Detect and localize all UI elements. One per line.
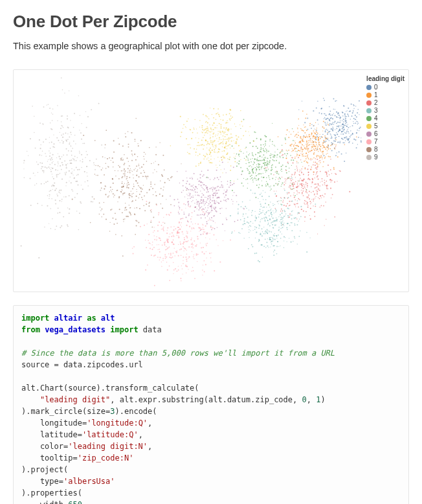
svg-point-1521 [254,178,256,179]
svg-point-1715 [238,145,239,146]
svg-point-1514 [258,160,259,161]
svg-point-919 [301,209,302,210]
svg-point-481 [304,146,304,146]
svg-point-2897 [84,171,85,172]
svg-point-3127 [69,142,70,143]
svg-point-405 [309,151,311,152]
svg-point-1751 [204,135,205,136]
svg-point-2847 [131,196,133,198]
svg-point-1987 [224,197,225,198]
svg-point-2798 [146,176,147,178]
svg-point-2319 [183,246,184,247]
svg-point-1245 [292,201,293,202]
svg-point-2048 [200,190,201,191]
svg-point-1485 [256,185,258,186]
svg-point-2843 [83,135,84,136]
svg-point-652 [307,202,308,203]
svg-point-2166 [214,200,215,201]
svg-point-2486 [185,264,186,266]
svg-point-2395 [162,227,164,229]
svg-point-654 [305,181,307,183]
svg-point-3075 [77,157,78,158]
svg-point-581 [326,154,327,154]
svg-point-118 [338,122,339,122]
svg-point-656 [289,187,290,187]
svg-point-1497 [249,171,250,172]
svg-point-616 [296,168,298,169]
svg-point-887 [309,201,311,202]
svg-point-1268 [278,183,279,185]
svg-point-651 [296,203,296,204]
svg-point-1261 [264,165,265,166]
svg-point-2693 [132,171,133,172]
svg-point-1312 [249,153,250,154]
svg-point-2493 [181,226,182,227]
svg-point-961 [283,236,285,238]
svg-point-3134 [71,134,71,135]
svg-point-1962 [207,190,208,190]
svg-point-35 [342,133,344,135]
svg-point-258 [325,131,326,132]
svg-point-1355 [253,155,254,156]
svg-point-1395 [276,160,277,161]
svg-point-2274 [186,241,188,242]
svg-point-2304 [215,222,216,223]
svg-point-1852 [228,162,228,163]
svg-point-2501 [185,266,186,267]
svg-point-2684 [124,163,126,164]
svg-point-83 [355,122,356,124]
svg-point-1775 [233,140,234,141]
svg-point-891 [296,187,297,188]
svg-point-1004 [269,231,270,232]
svg-point-913 [306,197,307,198]
svg-point-1065 [260,222,261,223]
svg-point-448 [318,164,319,165]
svg-point-1841 [228,128,229,130]
svg-point-1690 [197,155,199,156]
svg-point-1506 [276,172,278,173]
svg-point-2142 [212,190,213,191]
svg-point-687 [282,201,283,203]
svg-point-556 [300,150,301,152]
svg-point-2497 [157,225,159,226]
svg-point-584 [322,143,324,144]
svg-point-1693 [202,144,203,145]
svg-point-145 [324,117,325,118]
svg-point-2275 [185,241,186,242]
svg-point-2538 [153,194,153,195]
svg-point-1340 [256,178,256,179]
svg-point-1466 [267,184,269,185]
svg-point-2190 [226,208,227,209]
svg-point-2512 [197,236,198,237]
svg-point-2834 [112,179,113,179]
svg-point-1388 [289,168,290,169]
svg-point-2688 [121,177,122,178]
svg-point-3051 [78,174,79,175]
svg-point-603 [291,146,292,147]
svg-point-2158 [197,192,198,193]
svg-point-3161 [63,216,64,218]
svg-point-307 [308,152,309,153]
svg-point-3115 [81,167,82,168]
svg-point-2831 [127,183,128,184]
svg-point-2972 [67,163,68,164]
svg-point-2249 [175,268,176,269]
svg-point-188 [337,152,337,153]
svg-point-2033 [226,218,227,218]
svg-point-186 [344,125,346,126]
svg-point-21 [329,140,329,141]
svg-point-115 [336,111,337,113]
svg-point-620 [314,150,315,150]
svg-point-1499 [272,144,272,144]
svg-point-2517 [183,243,184,244]
svg-point-1827 [200,144,201,146]
svg-point-1097 [281,217,282,218]
svg-point-1053 [269,207,270,207]
svg-point-1830 [170,145,172,146]
svg-point-2036 [206,197,206,198]
svg-point-955 [294,223,295,224]
legend-item: 4 [366,115,405,122]
svg-point-929 [295,206,296,207]
svg-point-666 [294,200,295,200]
svg-point-1359 [266,150,267,151]
